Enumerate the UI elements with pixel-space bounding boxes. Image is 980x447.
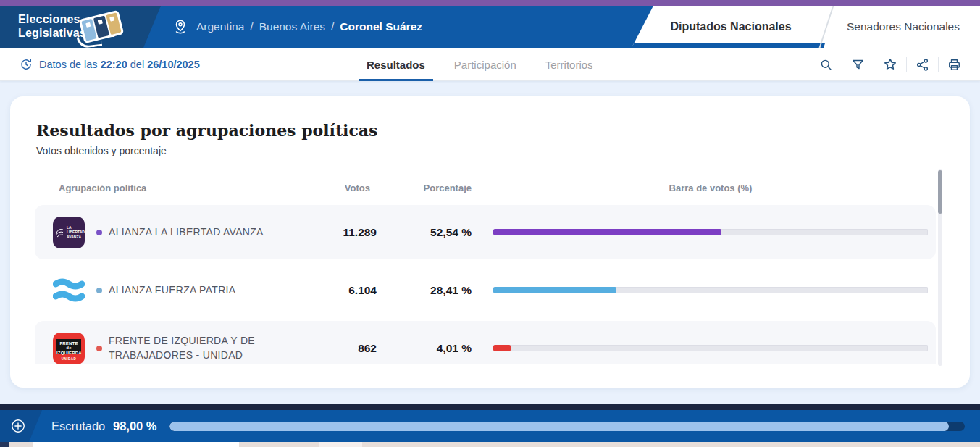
tab-senadores-nacionales[interactable]: Senadores Nacionales — [834, 6, 972, 48]
brand-logo[interactable]: Elecciones Legislativas 2025 — [0, 6, 161, 48]
view-tabs: Resultados Participación Territorios — [367, 48, 593, 81]
top-accent-strip — [0, 0, 980, 6]
escrutado-progress-track — [169, 422, 965, 431]
breadcrumb-separator: / — [331, 20, 334, 33]
party-votes: 11.289 — [277, 226, 377, 239]
table-header: Agrupación política Votos Porcentaje Bar… — [35, 183, 936, 193]
vote-bar-fill — [493, 287, 616, 293]
party-bullet — [96, 288, 102, 293]
main-header: Elecciones Legislativas 2025 Argentina /… — [0, 6, 980, 48]
star-icon[interactable] — [874, 57, 906, 72]
results-card: Resultados por agrupaciones políticas Vo… — [10, 96, 970, 388]
scrollbar[interactable] — [938, 169, 942, 366]
breadcrumb-district[interactable]: Coronel Suárez — [340, 20, 422, 33]
share-icon[interactable] — [907, 58, 938, 72]
party-percentage: 28,41 % — [377, 284, 472, 297]
strip-block — [0, 442, 9, 447]
vote-bar-track — [493, 229, 928, 235]
plus-circle-icon[interactable] — [10, 418, 26, 434]
party-logo-la-libertad-avanza: LA LIBERTAD AVANZA — [53, 217, 85, 248]
data-timestamp: Datos de las 22:20 del 26/10/2025 — [20, 48, 200, 81]
party-logo-frente-izquierda: FRENTE de IZQUIERDA UNIDAD — [53, 333, 85, 364]
strip-block — [33, 442, 239, 447]
party-bullet — [96, 346, 102, 351]
card-title: Resultados por agrupaciones políticas — [36, 121, 970, 140]
party-votes: 862 — [277, 342, 377, 355]
breadcrumb: Argentina / Buenos Aires / Coronel Suáre… — [172, 6, 422, 48]
escrutado-value: 98,00 % — [113, 410, 157, 442]
party-bullet — [96, 230, 102, 235]
table-row[interactable]: LA LIBERTAD AVANZA ALIANZA LA LIBERTAD A… — [35, 205, 936, 259]
page-content-strip — [0, 442, 980, 447]
breadcrumb-province[interactable]: Buenos Aires — [259, 20, 325, 33]
vote-bar-track — [493, 345, 928, 351]
chamber-tabs: Diputados Nacionales Senadores Nacionale… — [632, 6, 980, 48]
table-row[interactable]: ALIANZA FUERZA PATRIA 6.104 28,41 % — [35, 263, 936, 317]
column-votes: Votos — [277, 183, 377, 193]
tab-territorios[interactable]: Territorios — [545, 48, 593, 81]
sub-header: Datos de las 22:20 del 26/10/2025 Result… — [0, 48, 980, 81]
filter-icon[interactable] — [842, 58, 874, 72]
print-icon[interactable] — [939, 58, 970, 72]
party-name: ALIANZA LA LIBERTAD AVANZA — [109, 225, 264, 240]
table-row[interactable]: FRENTE de IZQUIERDA UNIDAD FRENTE DE IZQ… — [35, 321, 936, 364]
party-name: FRENTE DE IZQUIERDA Y DE TRABAJADORES - … — [109, 334, 277, 362]
column-percentage: Porcentaje — [377, 183, 472, 193]
tab-resultados[interactable]: Resultados — [367, 48, 425, 81]
vote-bar-track — [493, 287, 928, 293]
vote-bar-fill — [493, 345, 511, 351]
party-percentage: 52,54 % — [377, 226, 472, 239]
party-votes: 6.104 — [277, 284, 377, 297]
breadcrumb-separator: / — [250, 20, 253, 33]
refresh-clock-icon[interactable] — [20, 58, 33, 71]
toolbar-actions — [811, 48, 970, 81]
column-bar: Barra de votos (%) — [472, 183, 928, 193]
party-percentage: 4,01 % — [377, 342, 472, 355]
strip-block — [319, 442, 362, 447]
party-logo-fuerza-patria — [53, 275, 85, 306]
column-party: Agrupación política — [53, 183, 277, 193]
active-tab-underline — [625, 43, 825, 48]
scrollbar-thumb[interactable] — [938, 170, 942, 214]
card-subtitle: Votos obtenidos y porcentaje — [36, 145, 970, 156]
search-icon[interactable] — [811, 58, 842, 72]
breadcrumb-country[interactable]: Argentina — [196, 20, 244, 33]
tab-participacion[interactable]: Participación — [454, 48, 516, 81]
escrutado-progress-fill — [169, 422, 949, 431]
location-pin-icon — [172, 19, 188, 35]
vote-bar-fill — [493, 229, 721, 235]
footer-top-border — [0, 404, 980, 410]
results-list: LA LIBERTAD AVANZA ALIANZA LA LIBERTAD A… — [35, 205, 936, 364]
escrutado-footer: Escrutado 98,00 % — [0, 410, 980, 442]
party-name: ALIANZA FUERZA PATRIA — [109, 283, 235, 298]
escrutado-label: Escrutado — [51, 410, 105, 442]
tab-diputados-nacionales[interactable]: Diputados Nacionales — [636, 6, 826, 48]
